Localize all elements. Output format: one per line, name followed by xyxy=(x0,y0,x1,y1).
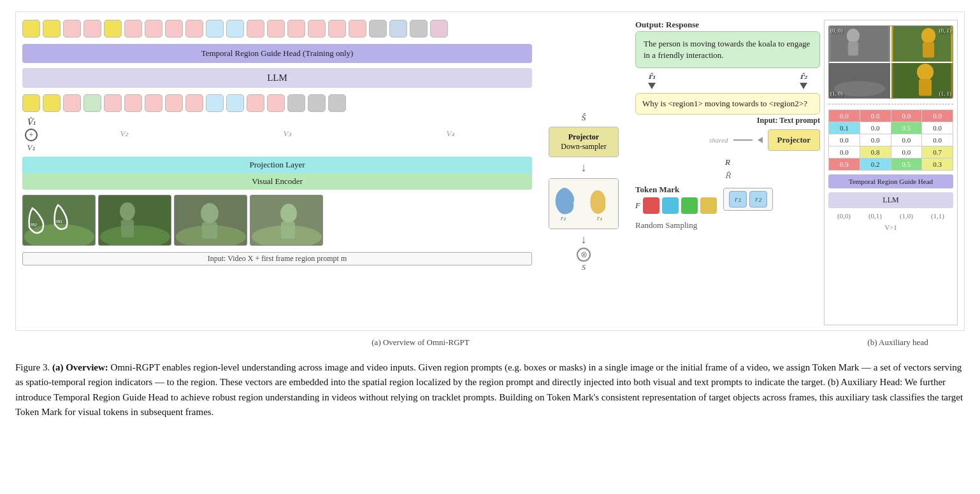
tm-block-cyan xyxy=(662,197,679,214)
encoder-stack: Projection Layer Visual Encoder xyxy=(22,157,532,190)
frame4-svg xyxy=(250,195,323,246)
masks-svg: r₂ r₁ xyxy=(549,179,618,229)
projector-row: shared Projector xyxy=(635,129,820,151)
diagram-wrapper: Temporal Region Guide Head (Training onl… xyxy=(15,11,965,331)
out-token-pink-4 xyxy=(145,94,162,112)
out-token-pink-2 xyxy=(104,94,122,112)
f-label: F xyxy=(635,201,640,211)
s-hat-label: Ŝ xyxy=(582,113,586,123)
tm-block-yellow xyxy=(700,197,717,214)
matrix-table: 0.0 0.0 0.0 0.0 0.1 0.0 0.5 0.0 0.0 0.0 xyxy=(828,109,953,171)
caption-text: Omni-RGPT enables region-level understan… xyxy=(15,362,963,417)
out-token-pink-1 xyxy=(63,94,81,112)
coord-bl: (1, 0) xyxy=(830,90,843,97)
cell-2-0: 0.0 xyxy=(829,134,860,146)
cell-3-2: 0.0 xyxy=(891,146,922,159)
frame1-svg: m₂ m₁ xyxy=(23,195,96,246)
coord-labels-row: (0,0) (0,1) (1,0) (1,1) xyxy=(828,212,953,220)
coord-label-00: (0,0) xyxy=(837,212,851,220)
caption-label: Figure 3. xyxy=(15,362,50,372)
token-yellow-1 xyxy=(22,20,40,38)
video-frame-3 xyxy=(174,195,247,246)
left-arrow-shared xyxy=(758,137,763,143)
img-cell-tr: (0, 1) xyxy=(891,26,953,62)
out-token-yellow-2 xyxy=(43,94,61,112)
cell-0-1: 0.0 xyxy=(860,110,891,122)
r-hat-2-group: r̂₂ xyxy=(800,72,807,89)
output-label: Output: Response xyxy=(635,20,820,30)
token-gray-2 xyxy=(410,20,428,38)
sub-caption-b: (b) Auxiliary head xyxy=(831,337,965,348)
svg-point-28 xyxy=(917,64,933,80)
sub-caption-a: (a) Overview of Omni-RGPT xyxy=(15,337,826,348)
tm-block-red xyxy=(643,197,659,214)
cell-4-0: 0.9 xyxy=(829,159,860,171)
token-pink-7 xyxy=(247,20,264,38)
coord-tl: (0, 0) xyxy=(830,27,843,34)
out-token-pink-5 xyxy=(165,94,183,112)
svg-text:r₁: r₁ xyxy=(597,215,602,222)
right-column: Output: Response The person is moving to… xyxy=(635,20,820,325)
token-gray-1 xyxy=(369,20,387,38)
cell-1-0: 0.1 xyxy=(829,122,860,134)
s-connector: ↓ ⊗ S xyxy=(577,233,591,272)
frame3-svg xyxy=(175,195,247,246)
matrix-row-1: 0.1 0.0 0.5 0.0 xyxy=(829,122,953,134)
token-pink-2 xyxy=(83,20,101,38)
r-hat-label: R̂ xyxy=(724,171,730,181)
token-pink-11 xyxy=(328,20,346,38)
video-frame-2 xyxy=(98,195,171,246)
svg-rect-29 xyxy=(919,79,932,95)
region-tokens-box: r₁ r₂ xyxy=(723,188,773,211)
svg-rect-11 xyxy=(202,222,217,239)
cell-3-1: 0.8 xyxy=(860,146,891,159)
matrix-row-2: 0.0 0.0 0.0 0.0 xyxy=(829,134,953,146)
projector-box: Projector xyxy=(768,129,820,151)
token-pink-8 xyxy=(267,20,285,38)
v-subscript-label: V>1 xyxy=(828,223,953,231)
coord-label-01: (0,1) xyxy=(868,212,882,220)
svg-point-14 xyxy=(280,204,297,223)
svg-point-20 xyxy=(847,29,860,43)
img-cell-tl: (0, 0) xyxy=(829,26,890,62)
token-blue-1 xyxy=(206,20,224,38)
img-cell-br: (1, 1) xyxy=(891,63,953,99)
center-column: Ŝ Projector Down-sampler ↓ r₂ r₁ xyxy=(536,20,631,325)
cell-0-0: 0.0 xyxy=(829,110,860,122)
cell-3-0: 0.0 xyxy=(829,146,860,159)
v4-label: V₄ xyxy=(447,129,455,139)
v-hat-label: V̂₁ xyxy=(27,117,36,127)
input-caption: Input: Video X + first frame region prom… xyxy=(22,252,532,265)
second-token-row xyxy=(22,94,532,112)
coord-br: (1, 1) xyxy=(939,90,952,97)
aux-llm-bar: LLM xyxy=(828,192,953,208)
svg-rect-24 xyxy=(923,42,934,57)
cell-0-2: 0.0 xyxy=(891,110,922,122)
matrix-row-0: 0.0 0.0 0.0 0.0 xyxy=(829,110,953,122)
token-pink-1 xyxy=(63,20,81,38)
left-column: Temporal Region Guide Head (Training onl… xyxy=(22,20,532,325)
svg-rect-21 xyxy=(848,41,858,55)
out-token-blue-1 xyxy=(206,94,224,112)
svg-rect-7 xyxy=(121,220,134,237)
aux-trgh-bar: Temporal Region Guide Head xyxy=(828,174,953,188)
figure-container: Temporal Region Guide Head (Training onl… xyxy=(15,11,965,420)
cell-1-2: 0.5 xyxy=(891,122,922,134)
out-token-pink-7 xyxy=(247,94,264,112)
out-token-pink-3 xyxy=(124,94,142,112)
caption-bold: (a) Overview: xyxy=(52,362,108,372)
out-token-gray-2 xyxy=(308,94,326,112)
region-masks-box: r₂ r₁ xyxy=(549,178,619,229)
cell-2-2: 0.0 xyxy=(891,134,922,146)
token-rose-1 xyxy=(430,20,448,38)
token-pink-4 xyxy=(145,20,162,38)
output-response-box: The person is moving towards the koala t… xyxy=(635,31,820,68)
video-frame-1: m₂ m₁ xyxy=(22,195,96,246)
sub-captions-row: (a) Overview of Omni-RGPT (b) Auxiliary … xyxy=(15,337,965,348)
r2-token: r₂ xyxy=(749,191,767,208)
s-label: S xyxy=(582,263,586,272)
projector-downsampler-box: Projector Down-sampler xyxy=(549,127,619,157)
auxiliary-panel: (0, 0) (0, 1) (1, xyxy=(824,20,958,325)
out-token-green-1 xyxy=(83,94,101,112)
arrow-down-r1 xyxy=(648,83,656,89)
